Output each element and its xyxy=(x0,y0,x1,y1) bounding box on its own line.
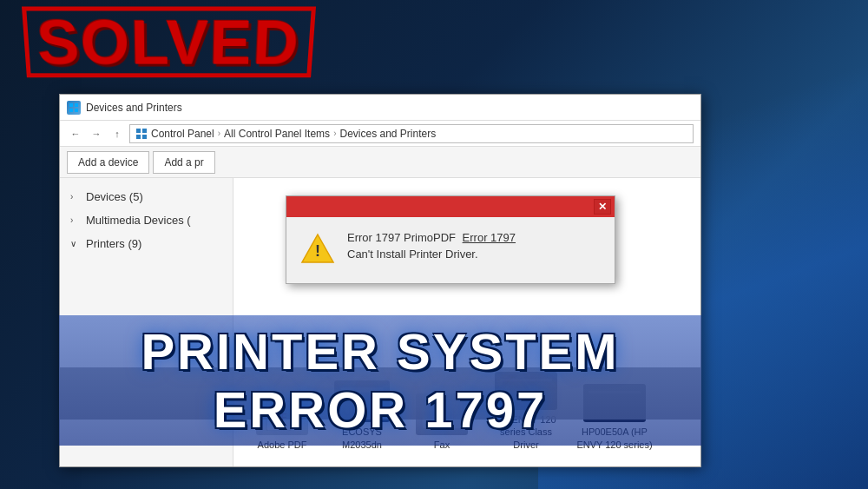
ecosys-label: ECOSYSM2035dn xyxy=(342,426,382,451)
error-message: Error 1797 PrimoPDF Error 1797 Can't Ins… xyxy=(347,231,516,261)
title-bar-text: Devices and Printers xyxy=(86,102,182,114)
toolbar: Add a device Add a pr xyxy=(60,147,700,178)
svg-text:!: ! xyxy=(315,242,320,260)
forward-button[interactable]: → xyxy=(88,125,105,142)
svg-rect-3 xyxy=(75,109,78,112)
window-icon xyxy=(67,101,81,115)
address-path: Control Panel › All Control Panel Items … xyxy=(129,124,694,143)
devices-arrow: › xyxy=(70,192,81,202)
fax-label: Fax xyxy=(434,439,450,451)
title-bar: Devices and Printers xyxy=(60,95,700,121)
adobe-pdf-label: Adobe PDF xyxy=(258,439,307,451)
gray-strip-overlay xyxy=(59,367,701,420)
svg-rect-2 xyxy=(69,109,73,112)
svg-rect-4 xyxy=(136,129,141,133)
sidebar: › Devices (5) › Multimedia Devices ( ∨ P… xyxy=(60,178,233,466)
hp00e50a-label: HP00E50A (HPENVY 120 series) xyxy=(576,426,652,451)
svg-rect-6 xyxy=(136,135,141,139)
main-content: › Devices (5) › Multimedia Devices ( ∨ P… xyxy=(60,178,700,466)
back-button[interactable]: ← xyxy=(67,125,84,142)
error-message-prefix: Error 1797 PrimoPDF xyxy=(347,231,456,244)
error-title-bar: ✕ xyxy=(286,196,615,217)
path-sep2: › xyxy=(333,129,336,138)
error-message-line2: Can't Install Printer Driver. xyxy=(347,248,516,261)
error-body: ! Error 1797 PrimoPDF Error 1797 Can't I… xyxy=(286,217,615,283)
svg-rect-1 xyxy=(75,103,78,107)
warning-icon: ! xyxy=(300,231,335,266)
svg-rect-5 xyxy=(142,129,147,133)
sidebar-item-printers[interactable]: ∨ Printers (9) xyxy=(60,232,233,255)
sidebar-devices-label: Devices (5) xyxy=(86,190,143,203)
error-title-underlined: Error 1797 xyxy=(463,231,516,244)
add-printer-button[interactable]: Add a pr xyxy=(153,151,214,174)
solved-stamp: SOLVED xyxy=(22,6,316,77)
sidebar-item-devices[interactable]: › Devices (5) xyxy=(60,185,233,208)
path-part2: All Control Panel Items xyxy=(224,128,330,140)
error-close-button[interactable]: ✕ xyxy=(594,199,611,215)
path-part3: Devices and Printers xyxy=(339,128,436,140)
svg-rect-7 xyxy=(142,135,147,139)
up-button[interactable]: ↑ xyxy=(108,125,126,142)
path-part1: Control Panel xyxy=(151,128,214,140)
address-bar: ← → ↑ Control Panel › All Control Panel … xyxy=(60,121,700,147)
path-sep1: › xyxy=(218,129,220,138)
sidebar-multimedia-label: Multimedia Devices ( xyxy=(86,214,191,227)
svg-rect-0 xyxy=(69,103,73,107)
sidebar-printers-label: Printers (9) xyxy=(86,237,141,250)
error-dialog: ✕ ! Error 1797 PrimoPDF Error 1797 Can't… xyxy=(286,195,615,284)
multimedia-arrow: › xyxy=(70,215,81,225)
add-device-button[interactable]: Add a device xyxy=(67,151,149,174)
sidebar-item-multimedia[interactable]: › Multimedia Devices ( xyxy=(60,208,233,232)
printers-arrow: ∨ xyxy=(70,239,81,248)
content-area: ✕ ! Error 1797 PrimoPDF Error 1797 Can't… xyxy=(233,178,700,466)
